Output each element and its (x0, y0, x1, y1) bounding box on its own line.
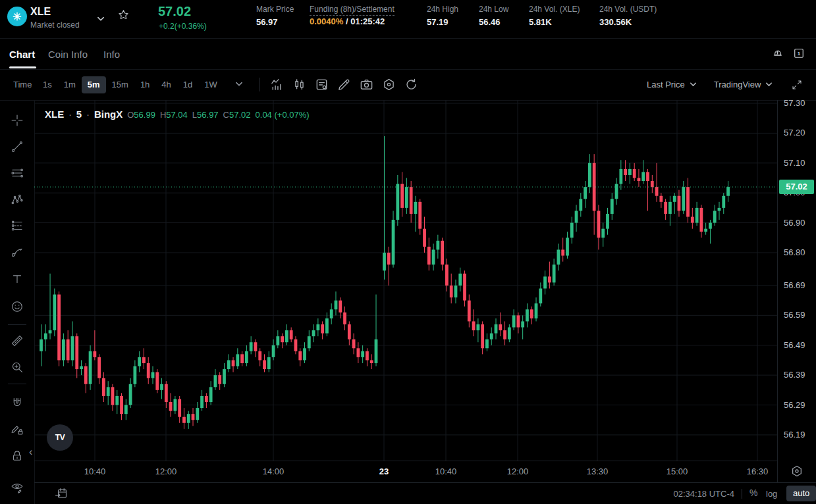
price-tick: 56.80 (784, 247, 805, 257)
panel-layout-icon: 1 (792, 47, 805, 60)
xabcd-pattern-icon[interactable] (10, 192, 24, 207)
legend-change: 0.04 (+0.07%) (256, 110, 310, 120)
funding-sep: / (343, 16, 350, 26)
settings-icon[interactable] (381, 77, 396, 92)
time-tick: 13:30 (587, 466, 609, 476)
chart-display-icon[interactable] (314, 77, 329, 92)
snapshot-icon[interactable] (359, 77, 374, 92)
tab-info[interactable]: Info (103, 49, 120, 60)
interval-button-4h[interactable]: 4h (155, 76, 177, 93)
time-tick: 14:00 (263, 466, 285, 476)
alert-lamp-button[interactable] (771, 47, 784, 60)
fib-lines-icon[interactable] (10, 166, 24, 180)
grid (34, 100, 777, 461)
price-tick: 56.59 (784, 310, 805, 320)
date-tick: 23 (379, 466, 389, 476)
funding-label: Funding (8h)/Settlement (310, 5, 394, 16)
chart-legend: XLE · 5 · BingX O56.99 H57.04 L56.97 C57… (45, 109, 310, 120)
interval-button-1s[interactable]: 1s (37, 76, 58, 93)
favorite-button[interactable] (117, 9, 130, 21)
chevron-down-icon[interactable] (765, 80, 773, 89)
percent-scale-button[interactable]: % (749, 488, 757, 498)
active-tab-underline (9, 66, 36, 68)
emoji-icon[interactable] (10, 299, 24, 314)
toolbar-divider (8, 384, 26, 384)
draw-icon[interactable] (337, 77, 352, 92)
tab-coin-info[interactable]: Coin Info (48, 49, 88, 60)
auto-scale-button[interactable]: auto (786, 486, 816, 501)
time-axis[interactable]: 10:4012:0014:002310:4012:0013:3015:0016:… (34, 461, 777, 483)
current-price-badge: 57.02 (779, 180, 814, 194)
lock-icon[interactable] (10, 449, 24, 463)
drawing-lock-icon[interactable] (10, 422, 24, 437)
price-tick: 56.39 (784, 370, 805, 380)
interval-button-1W[interactable]: 1W (198, 76, 223, 93)
reset-icon[interactable] (404, 77, 419, 92)
symbol-dropdown[interactable] (96, 14, 105, 24)
price-tick: 56.49 (784, 340, 805, 350)
alert-lamp-icon (771, 47, 784, 60)
text-tool-icon[interactable] (10, 272, 24, 286)
indicators-icon[interactable] (269, 77, 285, 92)
vol-xle-label: 24h Vol. (XLE) (529, 5, 580, 14)
tab-chart[interactable]: Chart (9, 49, 35, 60)
time-label: Time (13, 80, 32, 89)
magnet-icon[interactable] (10, 396, 24, 411)
interval-button-1h[interactable]: 1h (134, 76, 155, 93)
pinwheel-icon (12, 11, 22, 22)
chart-provider-selector[interactable]: TradingView (714, 80, 761, 89)
chevron-down-icon[interactable] (689, 80, 697, 89)
low-24h-label: 24h Low (479, 5, 508, 14)
legend-close-value: 57.02 (229, 110, 251, 120)
chart-area: XLE · 5 · BingX O56.99 H57.04 L56.97 C57… (34, 100, 777, 461)
high-24h-value: 57.19 (427, 17, 449, 27)
funding-rate: 0.0040% (310, 16, 343, 26)
position-tool-icon[interactable] (10, 218, 24, 233)
legend-open-value: 56.99 (134, 110, 155, 120)
axis-settings-icon[interactable] (790, 464, 804, 478)
candlestick-chart[interactable] (34, 100, 777, 461)
trend-line-icon[interactable] (10, 139, 24, 154)
time-tick: 15:00 (666, 466, 688, 476)
price-tick: 56.69 (784, 280, 805, 290)
price-tick: 56.19 (784, 430, 805, 440)
layout-button[interactable]: 1 (792, 47, 805, 60)
zoom-in-icon[interactable] (10, 360, 24, 374)
low-24h-value: 56.46 (479, 17, 501, 27)
interval-button-15m[interactable]: 15m (106, 76, 134, 93)
interval-button-1d[interactable]: 1d (177, 76, 198, 93)
mark-price-label: Mark Price (256, 5, 294, 14)
legend-exchange: BingX (94, 109, 122, 120)
time-tick: 10:40 (84, 466, 106, 476)
legend-symbol: XLE (45, 109, 64, 120)
chevron-down-icon (234, 80, 244, 89)
last-price: 57.02 (158, 4, 191, 19)
ruler-icon[interactable] (10, 334, 24, 348)
mark-price-value: 56.97 (256, 17, 278, 27)
candle-style-icon[interactable] (292, 77, 307, 92)
toolbar-divider (259, 78, 260, 91)
price-source-selector[interactable]: Last Price (647, 80, 685, 89)
interval-button-1m[interactable]: 1m (58, 76, 82, 93)
candles-day-2 (383, 136, 730, 354)
legend-open-label: O (127, 110, 134, 120)
price-axis[interactable]: 57.3057.2057.1057.0056.9056.8056.6956.59… (777, 100, 816, 482)
fullscreen-icon[interactable] (791, 79, 803, 91)
symbol-title: XLE (30, 6, 51, 18)
session-clock[interactable]: 02:34:18 UTC-4 (674, 489, 735, 499)
legend-high-label: H (160, 110, 166, 120)
crosshair-icon[interactable] (10, 113, 24, 128)
interval-button-5m[interactable]: 5m (82, 76, 106, 93)
legend-low-label: L (192, 110, 197, 120)
hide-drawings-icon[interactable] (10, 480, 24, 495)
log-scale-button[interactable]: log (766, 489, 777, 499)
price-tick: 56.90 (784, 218, 805, 228)
toolbar-right: Last Price TradingView (647, 69, 803, 100)
legend-high-value: 57.04 (166, 110, 188, 120)
interval-more-button[interactable] (234, 80, 244, 89)
legend-separator: · (68, 109, 72, 120)
brush-icon[interactable] (10, 245, 24, 259)
collapse-toolbar-chevron[interactable]: ‹ (29, 447, 32, 457)
go-to-date-icon[interactable] (54, 486, 69, 501)
tradingview-watermark[interactable]: TV (47, 424, 73, 451)
